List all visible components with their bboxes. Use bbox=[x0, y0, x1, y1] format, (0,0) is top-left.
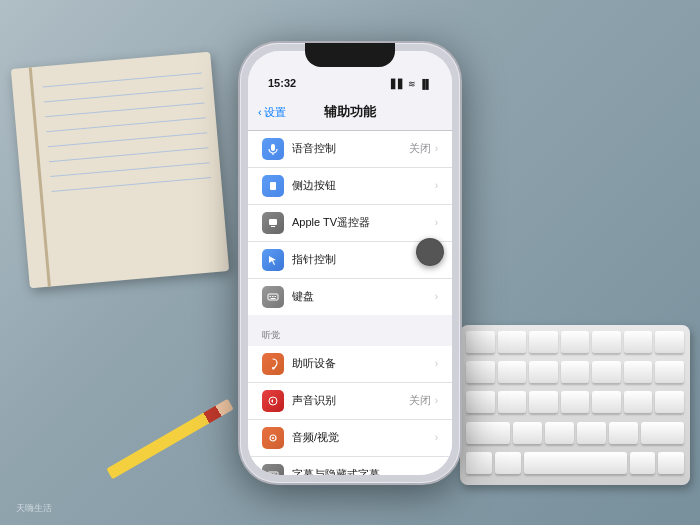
assistive-touch-button[interactable] bbox=[416, 238, 444, 266]
nav-title: 辅助功能 bbox=[324, 103, 376, 121]
side-button-label: 侧边按钮 bbox=[292, 178, 435, 193]
list-item[interactable]: 助听设备 › bbox=[248, 346, 452, 383]
sound-recognition-icon bbox=[262, 390, 284, 412]
battery-icon: ▐▌ bbox=[419, 79, 432, 89]
sound-recognition-label: 声音识别 bbox=[292, 393, 409, 408]
pointer-label: 指针控制 bbox=[292, 252, 435, 267]
keyboard-icon bbox=[262, 286, 284, 308]
keyboard-decoration bbox=[460, 325, 690, 485]
chevron-icon: › bbox=[435, 180, 438, 191]
captions-label: 字幕与隐藏式字幕 bbox=[292, 467, 435, 475]
watermark: 天嗨生活 bbox=[16, 502, 52, 515]
settings-group-1: 语音控制 关闭 › 侧边按钮 › Apple TV遥控器 › bbox=[248, 131, 452, 315]
svg-text:CC: CC bbox=[269, 472, 277, 475]
chevron-icon: › bbox=[435, 469, 438, 475]
section-header-hearing: 听觉 bbox=[248, 321, 452, 346]
chevron-icon: › bbox=[435, 358, 438, 369]
chevron-icon: › bbox=[435, 291, 438, 302]
svg-rect-0 bbox=[271, 144, 275, 151]
notch bbox=[305, 43, 395, 67]
apple-tv-icon bbox=[262, 212, 284, 234]
svg-rect-4 bbox=[271, 226, 275, 227]
list-item[interactable]: 语音控制 关闭 › bbox=[248, 131, 452, 168]
captions-icon: CC bbox=[262, 464, 284, 475]
notebook-decoration bbox=[11, 52, 229, 289]
status-time: 15:32 bbox=[268, 77, 296, 89]
svg-marker-5 bbox=[269, 256, 276, 265]
signal-icon: ▋▋ bbox=[391, 79, 405, 89]
nav-back-label: 设置 bbox=[264, 105, 286, 120]
nav-back-button[interactable]: ‹ 设置 bbox=[258, 105, 286, 120]
voice-control-value: 关闭 bbox=[409, 141, 431, 156]
voice-control-label: 语音控制 bbox=[292, 141, 409, 156]
svg-rect-8 bbox=[272, 296, 274, 297]
list-item[interactable]: 侧边按钮 › bbox=[248, 168, 452, 205]
chevron-icon: › bbox=[435, 432, 438, 443]
audio-visual-label: 音频/视觉 bbox=[292, 430, 435, 445]
settings-group-hearing: 助听设备 › 声音识别 关闭 › 音频/视觉 › bbox=[248, 346, 452, 475]
list-item[interactable]: CC 字幕与隐藏式字幕 › bbox=[248, 457, 452, 475]
status-icons: ▋▋ ≋ ▐▌ bbox=[391, 79, 432, 89]
pointer-icon bbox=[262, 249, 284, 271]
list-item[interactable]: Apple TV遥控器 › bbox=[248, 205, 452, 242]
chevron-icon: › bbox=[435, 217, 438, 228]
hearing-device-icon bbox=[262, 353, 284, 375]
apple-tv-label: Apple TV遥控器 bbox=[292, 215, 435, 230]
audio-visual-icon bbox=[262, 427, 284, 449]
voice-control-icon bbox=[262, 138, 284, 160]
chevron-icon: › bbox=[435, 395, 438, 406]
svg-rect-9 bbox=[275, 296, 277, 297]
side-button-icon bbox=[262, 175, 284, 197]
sound-recognition-value: 关闭 bbox=[409, 393, 431, 408]
svg-point-11 bbox=[272, 367, 274, 369]
back-chevron-icon: ‹ bbox=[258, 106, 262, 118]
svg-rect-3 bbox=[269, 219, 277, 225]
nav-bar: ‹ 设置 辅助功能 bbox=[248, 95, 452, 131]
svg-rect-7 bbox=[270, 296, 272, 297]
settings-content: 语音控制 关闭 › 侧边按钮 › Apple TV遥控器 › bbox=[248, 131, 452, 475]
wifi-icon: ≋ bbox=[408, 79, 416, 89]
svg-rect-2 bbox=[270, 182, 276, 190]
list-item[interactable]: 键盘 › bbox=[248, 279, 452, 315]
chevron-icon: › bbox=[435, 143, 438, 154]
list-item[interactable]: 音频/视觉 › bbox=[248, 420, 452, 457]
iphone-frame: 15:32 ▋▋ ≋ ▐▌ ‹ 设置 辅助功能 语 bbox=[240, 43, 460, 483]
keyboard-label: 键盘 bbox=[292, 289, 435, 304]
svg-point-14 bbox=[272, 437, 274, 439]
list-item[interactable]: 声音识别 关闭 › bbox=[248, 383, 452, 420]
hearing-device-label: 助听设备 bbox=[292, 356, 435, 371]
svg-rect-10 bbox=[271, 298, 276, 299]
